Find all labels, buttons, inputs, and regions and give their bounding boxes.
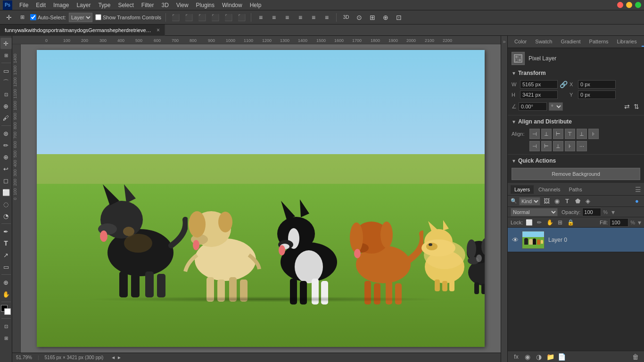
menu-select[interactable]: Select — [115, 1, 137, 9]
hand-tool[interactable]: ✋ — [0, 288, 12, 300]
close-btn[interactable] — [617, 2, 623, 8]
align-left-btn[interactable]: ⊣ — [529, 129, 540, 139]
tab-patterns[interactable]: Patterns — [586, 37, 612, 47]
crop-tool[interactable]: ⊕ — [0, 100, 12, 112]
filter-toggle-icon[interactable]: ● — [633, 197, 641, 206]
canvas-content[interactable] — [21, 44, 501, 353]
menu-plugins[interactable]: Plugins — [193, 1, 218, 9]
stamp-tool[interactable]: ⊕ — [0, 151, 12, 163]
menu-image[interactable]: Image — [50, 1, 72, 9]
distribute-3-icon[interactable]: ≡ — [282, 12, 292, 23]
transform-controls-checkbox[interactable] — [95, 14, 101, 20]
lasso-tool[interactable]: ⌒ — [0, 77, 12, 88]
brush-tool[interactable]: ✏ — [0, 140, 12, 151]
auto-select-dropdown[interactable]: Layer — [69, 13, 92, 22]
tab-libraries[interactable]: Libraries — [613, 37, 641, 47]
blur-tool[interactable]: ◌ — [0, 198, 12, 210]
foreground-bg-colors[interactable] — [1, 305, 11, 315]
blend-mode-select[interactable]: Normal — [511, 208, 558, 216]
distribute-4-icon[interactable]: ≡ — [295, 12, 305, 23]
align-center-v-icon[interactable]: ⬛ — [223, 12, 233, 23]
fill-input[interactable] — [610, 218, 628, 227]
move-tool-icon[interactable]: ✛ — [4, 12, 14, 23]
layers-menu-btn[interactable]: ☰ — [635, 186, 641, 193]
layer-visibility-toggle[interactable]: 👁 — [511, 236, 520, 244]
pen-tool[interactable]: ✒ — [0, 226, 12, 237]
menu-3d[interactable]: 3D — [158, 1, 172, 9]
align-top-icon[interactable]: ⬛ — [210, 12, 220, 23]
status-arrows[interactable]: ◄ ► — [111, 355, 122, 360]
align-bottom-btn[interactable]: ⊦ — [588, 129, 599, 139]
lock-transparent-btn[interactable]: ⬜ — [525, 218, 533, 227]
link-wh-icon[interactable]: 🔗 — [560, 81, 568, 88]
camera-icon[interactable]: ⊡ — [394, 12, 404, 23]
distribute-6-icon[interactable]: ≡ — [322, 12, 332, 23]
filter-shape-icon[interactable]: ⬟ — [573, 197, 582, 206]
distribute-h-icon[interactable]: ≡ — [256, 12, 266, 23]
filter-pixel-icon[interactable]: 🖼 — [542, 197, 551, 206]
tab-gradient[interactable]: Gradient — [557, 37, 584, 47]
options-extra-icon[interactable]: ⊕ — [380, 12, 391, 23]
filter-type-icon[interactable]: T — [563, 197, 571, 206]
eraser-tool[interactable]: ◻ — [0, 175, 12, 186]
artboard-tool[interactable]: ⊞ — [0, 49, 12, 61]
lock-pixels-btn[interactable]: ✏ — [535, 218, 544, 227]
align-center-h-icon[interactable]: ⬛ — [183, 12, 194, 23]
menu-filter[interactable]: Filter — [138, 1, 157, 9]
layers-tab[interactable]: Layers — [511, 185, 534, 194]
distribute-v-icon[interactable]: ≡ — [269, 12, 279, 23]
dodge-tool[interactable]: ◔ — [0, 210, 12, 222]
width-input[interactable] — [520, 80, 558, 89]
align-center-v-btn[interactable]: ⊥ — [577, 129, 587, 139]
active-tab[interactable]: funnywalkwithdogsportraitmanydogsGermans… — [0, 25, 165, 36]
tab-close-btn[interactable]: × — [157, 27, 160, 33]
more-distribute-btn[interactable]: ··· — [577, 141, 587, 151]
menu-type[interactable]: Type — [95, 1, 114, 9]
new-group-btn[interactable]: 📁 — [545, 352, 555, 362]
add-mask-btn[interactable]: ◉ — [523, 352, 532, 362]
layers-panel-menu-icon[interactable]: ☰ — [635, 186, 641, 193]
fill-dropdown-arrow[interactable]: ▾ — [638, 219, 641, 226]
filter-smart-icon[interactable]: ◈ — [584, 197, 592, 206]
distribute-top-btn[interactable]: ⊥ — [553, 141, 563, 151]
quick-actions-header[interactable]: ▼ Quick Actions — [512, 157, 640, 164]
align-right-icon[interactable]: ⬛ — [197, 12, 207, 23]
menu-window[interactable]: Window — [219, 1, 246, 9]
transform-section-header[interactable]: ▼ Transform — [512, 70, 640, 76]
paths-tab[interactable]: Paths — [565, 185, 586, 194]
menu-edit[interactable]: Edit — [33, 1, 49, 9]
tab-swatch[interactable]: Swatch — [531, 37, 556, 47]
kind-filter-select[interactable]: Kind — [519, 197, 540, 206]
flip-horizontal-btn[interactable]: ⇄ — [623, 102, 631, 111]
align-right-btn[interactable]: ⊢ — [553, 129, 563, 139]
gradient-tool[interactable]: ⬜ — [0, 187, 12, 198]
3d-mode-icon[interactable]: 3D — [341, 12, 351, 23]
align-left-icon[interactable]: ⬛ — [170, 12, 181, 23]
eyedropper-tool[interactable]: 🖋 — [0, 112, 12, 123]
align-bottom-icon[interactable]: ⬛ — [236, 12, 247, 23]
align-top-btn[interactable]: ⊤ — [565, 129, 575, 139]
move-tool[interactable]: ✛ — [0, 38, 12, 49]
layer-item-0[interactable]: 👁 Laye — [508, 228, 644, 252]
y-input[interactable] — [578, 90, 616, 99]
angle-dropdown[interactable]: ° — [549, 102, 563, 111]
marquee-tool[interactable]: ▭ — [0, 65, 12, 76]
screen-mode-tool[interactable]: ⊞ — [0, 332, 12, 344]
lock-position-btn[interactable]: ✋ — [545, 218, 554, 227]
shape-tool[interactable]: ▭ — [0, 261, 12, 272]
opacity-dropdown-arrow[interactable]: ▾ — [611, 208, 615, 216]
menu-view[interactable]: View — [173, 1, 192, 9]
tab-color[interactable]: Color — [511, 37, 530, 47]
lock-all-btn[interactable]: 🔒 — [566, 218, 575, 227]
auto-select-checkbox[interactable] — [30, 14, 36, 20]
filter-adj-icon[interactable]: ◉ — [553, 197, 561, 206]
menu-layer[interactable]: Layer — [73, 1, 94, 9]
screen-rotate-icon[interactable]: ⊙ — [354, 12, 364, 23]
height-input[interactable] — [520, 90, 558, 99]
flip-vertical-btn[interactable]: ⇅ — [633, 102, 640, 111]
distribute-5-icon[interactable]: ≡ — [308, 12, 319, 23]
align-to-icon[interactable]: ⊞ — [367, 12, 378, 23]
lock-artboard-btn[interactable]: ⊞ — [556, 218, 564, 227]
tab-properties[interactable]: Properties — [642, 37, 644, 47]
opacity-input[interactable] — [582, 208, 601, 216]
